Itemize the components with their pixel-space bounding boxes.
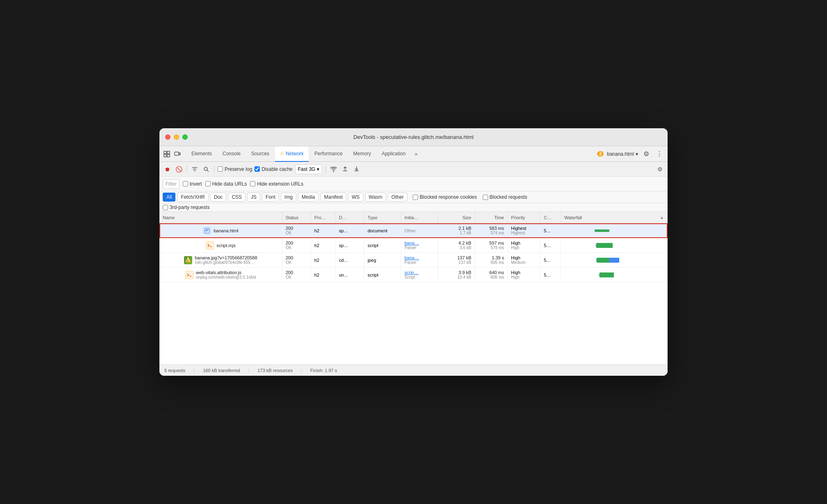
third-party-row: 3rd-party requests	[159, 203, 668, 212]
upload-icon[interactable]	[341, 165, 350, 174]
th-initiator[interactable]: Initia…	[401, 212, 438, 223]
td-type-3: script	[364, 268, 401, 282]
device-toggle-icon[interactable]	[173, 150, 182, 158]
type-btn-wasm[interactable]: Wasm	[365, 193, 386, 202]
tab-bar-icons	[163, 150, 182, 158]
download-icon[interactable]	[352, 165, 361, 174]
third-party-label[interactable]: 3rd-party requests	[163, 204, 209, 210]
third-party-checkbox[interactable]	[163, 205, 168, 210]
td-protocol-3: h2	[311, 268, 336, 282]
disable-cache-checkbox[interactable]	[254, 166, 260, 172]
waterfall-fill-3	[600, 272, 614, 277]
filename-container-3: web-vitals.attribution.js unpkg.com/web-…	[196, 270, 256, 279]
td-initiator-2: bana… Parser	[401, 253, 438, 267]
table-row[interactable]: banana.html 200 OK h2 sp… document Other	[159, 223, 668, 238]
th-status[interactable]: Status	[282, 212, 311, 223]
type-btn-ws[interactable]: WS	[348, 193, 363, 202]
th-protocol[interactable]: Pro…	[311, 212, 336, 223]
toolbar-sep-1	[186, 166, 187, 173]
type-btn-fetch-xhr[interactable]: Fetch/XHR	[177, 193, 209, 202]
td-name-2: 🍌 banana.jpg?v=1705668720588 cdn.glitch.…	[159, 253, 282, 267]
table-row[interactable]: 🍌 banana.jpg?v=1705668720588 cdn.glitch.…	[159, 253, 668, 268]
record-stop-button[interactable]: ⏺	[163, 165, 172, 174]
type-btn-doc[interactable]: Doc	[210, 193, 226, 202]
hide-data-urls-checkbox[interactable]	[205, 181, 211, 186]
tab-memory[interactable]: Memory	[348, 146, 376, 162]
type-btn-media[interactable]: Media	[298, 193, 319, 202]
td-c-2: 5…	[541, 253, 561, 267]
td-domain-0: sp…	[336, 223, 364, 238]
disable-cache-label[interactable]: Disable cache	[254, 166, 292, 172]
search-button[interactable]	[202, 165, 211, 174]
type-buttons-group: All Fetch/XHR Doc CSS JS Font Img Media …	[163, 193, 407, 202]
td-size-1: 4.2 kB 3.6 kB	[438, 238, 475, 252]
filter-toggle-button[interactable]	[190, 165, 199, 174]
empty-space	[159, 282, 668, 364]
th-size[interactable]: Size	[438, 212, 475, 223]
th-waterfall[interactable]: Waterfall ▲	[561, 212, 668, 223]
wifi-icon[interactable]	[329, 165, 338, 174]
page-selector[interactable]: banana.html ▾	[607, 151, 638, 157]
clear-button[interactable]: 🚫	[174, 165, 183, 174]
td-name-3: web-vitals.attribution.js unpkg.com/web-…	[159, 268, 282, 282]
minimize-button[interactable]	[174, 134, 179, 140]
hide-data-urls-label[interactable]: Hide data URLs	[205, 181, 247, 187]
td-domain-2: cd…	[336, 253, 364, 267]
throttle-selector[interactable]: Fast 3G ▾	[295, 164, 323, 174]
inspect-icon[interactable]	[163, 150, 171, 158]
toolbar-sep-2	[214, 166, 214, 173]
type-btn-font[interactable]: Font	[262, 193, 279, 202]
table-row[interactable]: web-vitals.attribution.js unpkg.com/web-…	[159, 268, 668, 282]
network-settings-icon[interactable]: ⚙	[655, 165, 664, 174]
type-btn-css[interactable]: CSS	[228, 193, 245, 202]
devtools-settings-icon[interactable]: ⚙	[641, 149, 651, 159]
type-btn-img[interactable]: Img	[281, 193, 296, 202]
tab-more-button[interactable]: »	[411, 151, 421, 157]
hide-extension-urls-checkbox[interactable]	[250, 181, 255, 186]
preserve-log-checkbox[interactable]	[218, 166, 223, 172]
th-priority[interactable]: Priority	[508, 212, 541, 223]
td-status-1: 200 OK	[282, 238, 311, 252]
th-c[interactable]: C…	[541, 212, 561, 223]
th-time[interactable]: Time	[475, 212, 508, 223]
network-table: Name Status Pro… D… Type Initia… Size Ti…	[159, 212, 668, 364]
type-btn-js[interactable]: JS	[247, 193, 260, 202]
td-domain-1: sp…	[336, 238, 364, 252]
table-row[interactable]: script.mjs 200 OK h2 sp… script bana… Pa	[159, 238, 668, 253]
filter-input-container[interactable]: Filter	[163, 179, 179, 189]
td-status-3: 200 OK	[282, 268, 311, 282]
blocked-response-label[interactable]: Blocked response cookies	[413, 194, 477, 200]
tab-network[interactable]: ⚠ Network	[275, 146, 309, 162]
tab-bar-right: 2 banana.html ▾ ⚙ ⋮	[597, 149, 664, 159]
type-btn-other[interactable]: Other	[388, 193, 407, 202]
type-btn-manifest[interactable]: Manifest	[320, 193, 346, 202]
td-size-0: 2.1 kB 1.7 kB	[438, 223, 475, 238]
invert-checkbox[interactable]	[183, 181, 188, 186]
th-name[interactable]: Name	[159, 212, 282, 223]
th-domain[interactable]: D…	[336, 212, 364, 223]
transferred-size: 160 kB transferred	[203, 368, 240, 373]
waterfall-bar-0	[594, 228, 635, 234]
blocked-requests-checkbox[interactable]	[483, 195, 488, 200]
td-c-3: 5…	[541, 268, 561, 282]
td-time-0: 583 ms 574 ms	[475, 223, 508, 238]
tab-application[interactable]: Application	[377, 146, 411, 162]
window-title: DevTools - speculative-rules.glitch.me/b…	[353, 134, 473, 140]
invert-label[interactable]: Invert	[183, 181, 202, 187]
hide-extension-urls-label[interactable]: Hide extension URLs	[250, 181, 303, 187]
tab-console[interactable]: Console	[218, 146, 245, 162]
blocked-response-checkbox[interactable]	[413, 195, 418, 200]
th-type[interactable]: Type	[364, 212, 401, 223]
tab-sources[interactable]: Sources	[246, 146, 274, 162]
devtools-more-icon[interactable]: ⋮	[654, 149, 664, 159]
type-btn-all[interactable]: All	[163, 193, 175, 202]
maximize-button[interactable]	[182, 134, 188, 140]
tab-performance[interactable]: Performance	[309, 146, 348, 162]
waterfall-bar-fill-0	[595, 229, 609, 232]
td-priority-1: High High	[508, 238, 541, 252]
blocked-requests-label[interactable]: Blocked requests	[483, 194, 527, 200]
preserve-log-label[interactable]: Preserve log	[218, 166, 252, 172]
waterfall-blue-2	[609, 258, 619, 263]
close-button[interactable]	[165, 134, 170, 140]
tab-elements[interactable]: Elements	[186, 146, 217, 162]
